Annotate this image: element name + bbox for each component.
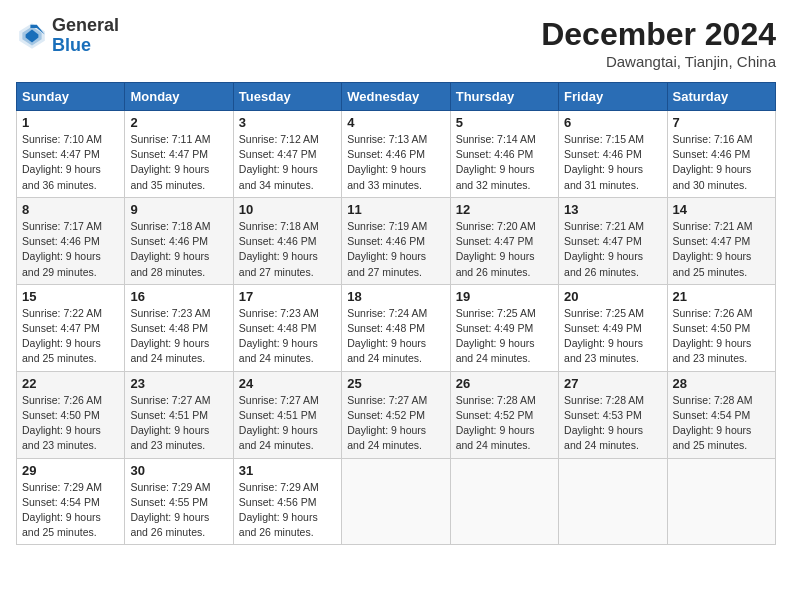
calendar-cell: 16 Sunrise: 7:23 AM Sunset: 4:48 PM Dayl… bbox=[125, 284, 233, 371]
sunrise-label: Sunrise: 7:25 AM bbox=[564, 307, 644, 319]
day-info: Sunrise: 7:29 AM Sunset: 4:55 PM Dayligh… bbox=[130, 480, 227, 541]
day-number: 20 bbox=[564, 289, 661, 304]
daylight-label: Daylight: 9 hours and 24 minutes. bbox=[347, 337, 426, 364]
sunrise-label: Sunrise: 7:29 AM bbox=[130, 481, 210, 493]
day-info: Sunrise: 7:28 AM Sunset: 4:53 PM Dayligh… bbox=[564, 393, 661, 454]
page-header: General Blue December 2024 Dawangtai, Ti… bbox=[16, 16, 776, 70]
day-number: 24 bbox=[239, 376, 336, 391]
header-monday: Monday bbox=[125, 83, 233, 111]
day-number: 18 bbox=[347, 289, 444, 304]
daylight-label: Daylight: 9 hours and 23 minutes. bbox=[564, 337, 643, 364]
sunset-label: Sunset: 4:47 PM bbox=[239, 148, 317, 160]
sunset-label: Sunset: 4:46 PM bbox=[347, 148, 425, 160]
header-wednesday: Wednesday bbox=[342, 83, 450, 111]
calendar-cell: 7 Sunrise: 7:16 AM Sunset: 4:46 PM Dayli… bbox=[667, 111, 775, 198]
sunset-label: Sunset: 4:48 PM bbox=[347, 322, 425, 334]
day-info: Sunrise: 7:23 AM Sunset: 4:48 PM Dayligh… bbox=[130, 306, 227, 367]
day-info: Sunrise: 7:26 AM Sunset: 4:50 PM Dayligh… bbox=[22, 393, 119, 454]
sunset-label: Sunset: 4:47 PM bbox=[564, 235, 642, 247]
calendar-cell: 17 Sunrise: 7:23 AM Sunset: 4:48 PM Dayl… bbox=[233, 284, 341, 371]
daylight-label: Daylight: 9 hours and 34 minutes. bbox=[239, 163, 318, 190]
day-number: 5 bbox=[456, 115, 553, 130]
day-info: Sunrise: 7:27 AM Sunset: 4:52 PM Dayligh… bbox=[347, 393, 444, 454]
sunset-label: Sunset: 4:49 PM bbox=[564, 322, 642, 334]
sunrise-label: Sunrise: 7:28 AM bbox=[456, 394, 536, 406]
sunset-label: Sunset: 4:46 PM bbox=[22, 235, 100, 247]
daylight-label: Daylight: 9 hours and 25 minutes. bbox=[673, 250, 752, 277]
header-saturday: Saturday bbox=[667, 83, 775, 111]
day-number: 13 bbox=[564, 202, 661, 217]
daylight-label: Daylight: 9 hours and 23 minutes. bbox=[130, 424, 209, 451]
sunrise-label: Sunrise: 7:27 AM bbox=[130, 394, 210, 406]
sunrise-label: Sunrise: 7:26 AM bbox=[673, 307, 753, 319]
sunrise-label: Sunrise: 7:18 AM bbox=[239, 220, 319, 232]
calendar-cell: 24 Sunrise: 7:27 AM Sunset: 4:51 PM Dayl… bbox=[233, 371, 341, 458]
sunset-label: Sunset: 4:47 PM bbox=[22, 148, 100, 160]
calendar-body: 1 Sunrise: 7:10 AM Sunset: 4:47 PM Dayli… bbox=[17, 111, 776, 545]
day-info: Sunrise: 7:24 AM Sunset: 4:48 PM Dayligh… bbox=[347, 306, 444, 367]
day-info: Sunrise: 7:27 AM Sunset: 4:51 PM Dayligh… bbox=[239, 393, 336, 454]
day-number: 11 bbox=[347, 202, 444, 217]
header-friday: Friday bbox=[559, 83, 667, 111]
day-number: 27 bbox=[564, 376, 661, 391]
day-info: Sunrise: 7:26 AM Sunset: 4:50 PM Dayligh… bbox=[673, 306, 770, 367]
calendar-cell: 29 Sunrise: 7:29 AM Sunset: 4:54 PM Dayl… bbox=[17, 458, 125, 545]
day-info: Sunrise: 7:14 AM Sunset: 4:46 PM Dayligh… bbox=[456, 132, 553, 193]
calendar-cell: 28 Sunrise: 7:28 AM Sunset: 4:54 PM Dayl… bbox=[667, 371, 775, 458]
header-row: Sunday Monday Tuesday Wednesday Thursday… bbox=[17, 83, 776, 111]
calendar-week-5: 29 Sunrise: 7:29 AM Sunset: 4:54 PM Dayl… bbox=[17, 458, 776, 545]
day-number: 21 bbox=[673, 289, 770, 304]
daylight-label: Daylight: 9 hours and 26 minutes. bbox=[456, 250, 535, 277]
sunrise-label: Sunrise: 7:14 AM bbox=[456, 133, 536, 145]
sunset-label: Sunset: 4:51 PM bbox=[130, 409, 208, 421]
sunset-label: Sunset: 4:47 PM bbox=[130, 148, 208, 160]
calendar-cell: 5 Sunrise: 7:14 AM Sunset: 4:46 PM Dayli… bbox=[450, 111, 558, 198]
daylight-label: Daylight: 9 hours and 24 minutes. bbox=[239, 337, 318, 364]
sunset-label: Sunset: 4:54 PM bbox=[673, 409, 751, 421]
title-block: December 2024 Dawangtai, Tianjin, China bbox=[541, 16, 776, 70]
day-number: 28 bbox=[673, 376, 770, 391]
logo-icon bbox=[16, 20, 48, 52]
day-info: Sunrise: 7:20 AM Sunset: 4:47 PM Dayligh… bbox=[456, 219, 553, 280]
calendar-header: Sunday Monday Tuesday Wednesday Thursday… bbox=[17, 83, 776, 111]
sunrise-label: Sunrise: 7:17 AM bbox=[22, 220, 102, 232]
sunset-label: Sunset: 4:52 PM bbox=[456, 409, 534, 421]
day-info: Sunrise: 7:13 AM Sunset: 4:46 PM Dayligh… bbox=[347, 132, 444, 193]
calendar-cell: 8 Sunrise: 7:17 AM Sunset: 4:46 PM Dayli… bbox=[17, 197, 125, 284]
sunrise-label: Sunrise: 7:23 AM bbox=[130, 307, 210, 319]
sunset-label: Sunset: 4:47 PM bbox=[22, 322, 100, 334]
day-number: 23 bbox=[130, 376, 227, 391]
sunrise-label: Sunrise: 7:25 AM bbox=[456, 307, 536, 319]
daylight-label: Daylight: 9 hours and 26 minutes. bbox=[239, 511, 318, 538]
day-info: Sunrise: 7:18 AM Sunset: 4:46 PM Dayligh… bbox=[130, 219, 227, 280]
day-number: 17 bbox=[239, 289, 336, 304]
sunset-label: Sunset: 4:46 PM bbox=[673, 148, 751, 160]
calendar-cell bbox=[667, 458, 775, 545]
sunrise-label: Sunrise: 7:12 AM bbox=[239, 133, 319, 145]
sunset-label: Sunset: 4:50 PM bbox=[673, 322, 751, 334]
calendar-cell: 25 Sunrise: 7:27 AM Sunset: 4:52 PM Dayl… bbox=[342, 371, 450, 458]
calendar-cell: 11 Sunrise: 7:19 AM Sunset: 4:46 PM Dayl… bbox=[342, 197, 450, 284]
day-number: 26 bbox=[456, 376, 553, 391]
calendar-week-4: 22 Sunrise: 7:26 AM Sunset: 4:50 PM Dayl… bbox=[17, 371, 776, 458]
sunrise-label: Sunrise: 7:16 AM bbox=[673, 133, 753, 145]
day-info: Sunrise: 7:25 AM Sunset: 4:49 PM Dayligh… bbox=[564, 306, 661, 367]
sunrise-label: Sunrise: 7:23 AM bbox=[239, 307, 319, 319]
day-number: 7 bbox=[673, 115, 770, 130]
daylight-label: Daylight: 9 hours and 35 minutes. bbox=[130, 163, 209, 190]
sunrise-label: Sunrise: 7:18 AM bbox=[130, 220, 210, 232]
daylight-label: Daylight: 9 hours and 24 minutes. bbox=[564, 424, 643, 451]
daylight-label: Daylight: 9 hours and 25 minutes. bbox=[673, 424, 752, 451]
day-number: 1 bbox=[22, 115, 119, 130]
sunset-label: Sunset: 4:48 PM bbox=[130, 322, 208, 334]
day-number: 19 bbox=[456, 289, 553, 304]
sunset-label: Sunset: 4:46 PM bbox=[130, 235, 208, 247]
day-number: 4 bbox=[347, 115, 444, 130]
sunset-label: Sunset: 4:46 PM bbox=[564, 148, 642, 160]
daylight-label: Daylight: 9 hours and 26 minutes. bbox=[130, 511, 209, 538]
sunset-label: Sunset: 4:56 PM bbox=[239, 496, 317, 508]
daylight-label: Daylight: 9 hours and 24 minutes. bbox=[456, 424, 535, 451]
day-number: 10 bbox=[239, 202, 336, 217]
sunrise-label: Sunrise: 7:19 AM bbox=[347, 220, 427, 232]
calendar-cell: 26 Sunrise: 7:28 AM Sunset: 4:52 PM Dayl… bbox=[450, 371, 558, 458]
